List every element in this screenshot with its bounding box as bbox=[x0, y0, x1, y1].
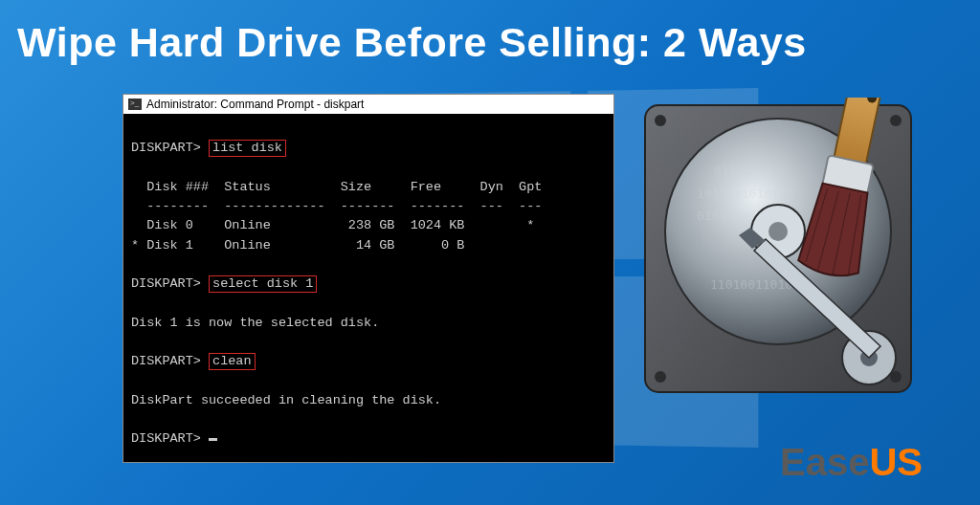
hard-drive-illustration: 01101001 1010101010110 0101100110101 110… bbox=[639, 98, 917, 400]
disk-row-1: * Disk 1 Online 14 GB 0 B bbox=[131, 238, 464, 252]
window-title: Administrator: Command Prompt - diskpart bbox=[146, 98, 364, 111]
svg-text:01101001: 01101001 bbox=[714, 163, 774, 177]
headline: Wipe Hard Drive Before Selling: 2 Ways bbox=[17, 19, 963, 66]
brand-logo: EaseUS bbox=[780, 441, 923, 484]
disk-table-divider: -------- ------------- ------- ------- -… bbox=[131, 199, 542, 213]
brand-us: US bbox=[869, 441, 923, 483]
response-select: Disk 1 is now the selected disk. bbox=[131, 316, 379, 330]
terminal-body: DISKPART> list disk Disk ### Status Size… bbox=[123, 114, 613, 462]
svg-point-3 bbox=[655, 371, 666, 383]
cursor bbox=[209, 438, 217, 441]
disk-table-header: Disk ### Status Size Free Dyn Gpt bbox=[131, 180, 542, 194]
brand-ease: Ease bbox=[780, 441, 869, 483]
svg-text:1010101010110: 1010101010110 bbox=[697, 187, 794, 201]
prompt: DISKPART> bbox=[131, 276, 201, 291]
disk-row-0: Disk 0 Online 238 GB 1024 KB * bbox=[131, 218, 534, 232]
command-prompt-window: Administrator: Command Prompt - diskpart… bbox=[122, 94, 614, 463]
svg-text:11010011010: 11010011010 bbox=[710, 277, 792, 292]
response-clean: DiskPart succeeded in cleaning the disk. bbox=[131, 393, 441, 407]
prompt: DISKPART> bbox=[131, 354, 201, 368]
svg-point-1 bbox=[655, 115, 666, 126]
svg-point-11 bbox=[768, 222, 788, 241]
prompt: DISKPART> bbox=[131, 431, 201, 446]
command-list-disk: list disk bbox=[209, 140, 286, 157]
svg-point-2 bbox=[890, 115, 902, 126]
command-clean: clean bbox=[209, 353, 256, 370]
window-titlebar: Administrator: Command Prompt - diskpart bbox=[123, 95, 613, 114]
cmd-icon bbox=[128, 99, 142, 110]
command-select-disk: select disk 1 bbox=[209, 275, 317, 293]
prompt: DISKPART> bbox=[131, 141, 201, 155]
